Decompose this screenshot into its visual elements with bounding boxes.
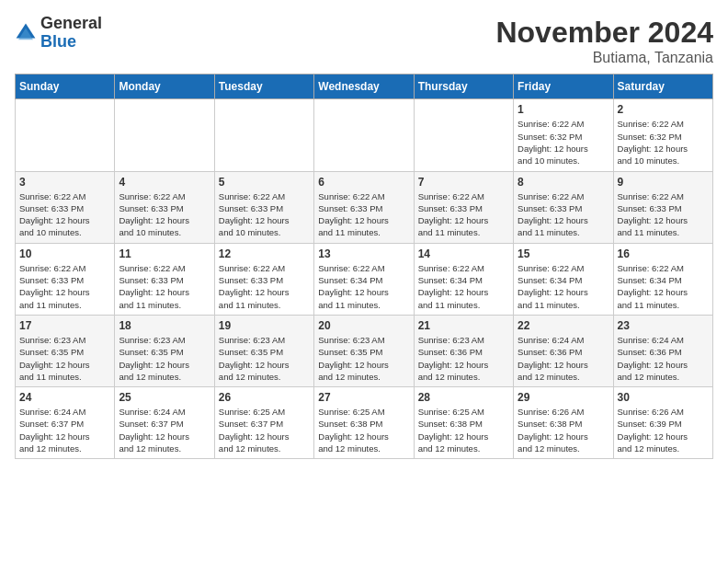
day-header-saturday: Saturday: [613, 75, 712, 99]
day-header-sunday: Sunday: [16, 75, 115, 99]
day-number: 1: [518, 103, 609, 116]
day-info: Sunrise: 6:23 AM Sunset: 6:35 PM Dayligh…: [19, 334, 110, 383]
day-number: 23: [618, 319, 709, 332]
day-number: 13: [318, 247, 409, 260]
calendar-cell: 22Sunrise: 6:24 AM Sunset: 6:36 PM Dayli…: [514, 315, 613, 386]
calendar-cell: 19Sunrise: 6:23 AM Sunset: 6:35 PM Dayli…: [214, 315, 313, 386]
day-info: Sunrise: 6:22 AM Sunset: 6:32 PM Dayligh…: [518, 118, 609, 167]
day-number: 11: [119, 247, 210, 260]
day-number: 14: [418, 247, 509, 260]
calendar-week-row: 17Sunrise: 6:23 AM Sunset: 6:35 PM Dayli…: [16, 315, 713, 386]
day-number: 29: [518, 391, 609, 404]
day-info: Sunrise: 6:22 AM Sunset: 6:33 PM Dayligh…: [19, 262, 110, 311]
day-number: 16: [618, 247, 709, 260]
logo-text: General Blue: [40, 15, 102, 52]
calendar-week-row: 3Sunrise: 6:22 AM Sunset: 6:33 PM Daylig…: [16, 171, 713, 243]
calendar-cell: 8Sunrise: 6:22 AM Sunset: 6:33 PM Daylig…: [514, 171, 613, 243]
logo-blue: Blue: [40, 32, 76, 51]
calendar-cell: 25Sunrise: 6:24 AM Sunset: 6:37 PM Dayli…: [115, 387, 214, 459]
calendar-cell: 6Sunrise: 6:22 AM Sunset: 6:33 PM Daylig…: [314, 171, 414, 243]
logo-icon: [15, 22, 37, 44]
calendar-cell: [16, 99, 115, 171]
day-number: 21: [418, 319, 509, 332]
day-number: 19: [219, 319, 310, 332]
month-title: November 2024: [495, 15, 713, 50]
calendar-cell: 15Sunrise: 6:22 AM Sunset: 6:34 PM Dayli…: [514, 243, 613, 315]
calendar-cell: 30Sunrise: 6:26 AM Sunset: 6:39 PM Dayli…: [613, 387, 712, 459]
title-area: November 2024 Butiama, Tanzania: [495, 15, 713, 66]
day-number: 3: [19, 176, 110, 189]
calendar-cell: 23Sunrise: 6:24 AM Sunset: 6:36 PM Dayli…: [613, 315, 712, 386]
day-info: Sunrise: 6:22 AM Sunset: 6:32 PM Dayligh…: [618, 118, 709, 167]
calendar-cell: 27Sunrise: 6:25 AM Sunset: 6:38 PM Dayli…: [314, 387, 414, 459]
day-number: 27: [318, 391, 409, 404]
calendar-cell: 3Sunrise: 6:22 AM Sunset: 6:33 PM Daylig…: [16, 171, 115, 243]
day-info: Sunrise: 6:22 AM Sunset: 6:33 PM Dayligh…: [119, 190, 210, 239]
calendar-cell: 24Sunrise: 6:24 AM Sunset: 6:37 PM Dayli…: [16, 387, 115, 459]
day-info: Sunrise: 6:25 AM Sunset: 6:38 PM Dayligh…: [418, 406, 509, 454]
calendar-week-row: 10Sunrise: 6:22 AM Sunset: 6:33 PM Dayli…: [16, 243, 713, 315]
day-info: Sunrise: 6:22 AM Sunset: 6:33 PM Dayligh…: [418, 190, 509, 239]
calendar-cell: 18Sunrise: 6:23 AM Sunset: 6:35 PM Dayli…: [115, 315, 214, 386]
day-number: 8: [518, 176, 609, 189]
calendar-week-row: 24Sunrise: 6:24 AM Sunset: 6:37 PM Dayli…: [16, 387, 713, 459]
day-info: Sunrise: 6:26 AM Sunset: 6:39 PM Dayligh…: [618, 406, 709, 454]
page-header: General Blue November 2024 Butiama, Tanz…: [15, 15, 713, 66]
calendar-table: SundayMondayTuesdayWednesdayThursdayFrid…: [15, 74, 713, 459]
day-number: 12: [219, 247, 310, 260]
day-number: 15: [518, 247, 609, 260]
calendar-cell: 5Sunrise: 6:22 AM Sunset: 6:33 PM Daylig…: [214, 171, 313, 243]
calendar-cell: [414, 99, 513, 171]
day-header-tuesday: Tuesday: [214, 75, 313, 99]
day-number: 6: [318, 176, 409, 189]
day-number: 17: [19, 319, 110, 332]
calendar-cell: 17Sunrise: 6:23 AM Sunset: 6:35 PM Dayli…: [16, 315, 115, 386]
day-info: Sunrise: 6:25 AM Sunset: 6:38 PM Dayligh…: [318, 406, 409, 454]
day-number: 7: [418, 176, 509, 189]
calendar-cell: [115, 99, 214, 171]
day-info: Sunrise: 6:22 AM Sunset: 6:34 PM Dayligh…: [318, 262, 409, 311]
day-number: 18: [119, 319, 210, 332]
calendar-cell: [214, 99, 313, 171]
calendar-cell: 29Sunrise: 6:26 AM Sunset: 6:38 PM Dayli…: [514, 387, 613, 459]
calendar-cell: 26Sunrise: 6:25 AM Sunset: 6:37 PM Dayli…: [214, 387, 313, 459]
day-number: 22: [518, 319, 609, 332]
day-info: Sunrise: 6:22 AM Sunset: 6:34 PM Dayligh…: [418, 262, 509, 311]
day-number: 2: [618, 103, 709, 116]
day-number: 30: [618, 391, 709, 404]
day-info: Sunrise: 6:22 AM Sunset: 6:33 PM Dayligh…: [219, 190, 310, 239]
day-info: Sunrise: 6:23 AM Sunset: 6:36 PM Dayligh…: [418, 334, 509, 383]
calendar-cell: 21Sunrise: 6:23 AM Sunset: 6:36 PM Dayli…: [414, 315, 513, 386]
day-info: Sunrise: 6:22 AM Sunset: 6:33 PM Dayligh…: [19, 190, 110, 239]
calendar-cell: 13Sunrise: 6:22 AM Sunset: 6:34 PM Dayli…: [314, 243, 414, 315]
calendar-week-row: 1Sunrise: 6:22 AM Sunset: 6:32 PM Daylig…: [16, 99, 713, 171]
day-info: Sunrise: 6:22 AM Sunset: 6:33 PM Dayligh…: [219, 262, 310, 311]
calendar-cell: 10Sunrise: 6:22 AM Sunset: 6:33 PM Dayli…: [16, 243, 115, 315]
calendar-cell: 2Sunrise: 6:22 AM Sunset: 6:32 PM Daylig…: [613, 99, 712, 171]
day-info: Sunrise: 6:25 AM Sunset: 6:37 PM Dayligh…: [219, 406, 310, 454]
calendar-cell: 1Sunrise: 6:22 AM Sunset: 6:32 PM Daylig…: [514, 99, 613, 171]
day-number: 25: [119, 391, 210, 404]
day-info: Sunrise: 6:22 AM Sunset: 6:33 PM Dayligh…: [119, 262, 210, 311]
day-number: 9: [618, 176, 709, 189]
day-number: 28: [418, 391, 509, 404]
day-number: 24: [19, 391, 110, 404]
day-info: Sunrise: 6:23 AM Sunset: 6:35 PM Dayligh…: [219, 334, 310, 383]
calendar-cell: 28Sunrise: 6:25 AM Sunset: 6:38 PM Dayli…: [414, 387, 513, 459]
calendar-cell: 20Sunrise: 6:23 AM Sunset: 6:35 PM Dayli…: [314, 315, 414, 386]
day-info: Sunrise: 6:23 AM Sunset: 6:35 PM Dayligh…: [119, 334, 210, 383]
calendar-cell: 16Sunrise: 6:22 AM Sunset: 6:34 PM Dayli…: [613, 243, 712, 315]
day-info: Sunrise: 6:24 AM Sunset: 6:37 PM Dayligh…: [19, 406, 110, 454]
day-info: Sunrise: 6:22 AM Sunset: 6:33 PM Dayligh…: [618, 190, 709, 239]
day-info: Sunrise: 6:24 AM Sunset: 6:37 PM Dayligh…: [119, 406, 210, 454]
calendar-cell: 14Sunrise: 6:22 AM Sunset: 6:34 PM Dayli…: [414, 243, 513, 315]
day-number: 20: [318, 319, 409, 332]
day-header-thursday: Thursday: [414, 75, 513, 99]
calendar-cell: [314, 99, 414, 171]
day-header-monday: Monday: [115, 75, 214, 99]
day-number: 4: [119, 176, 210, 189]
calendar-cell: 11Sunrise: 6:22 AM Sunset: 6:33 PM Dayli…: [115, 243, 214, 315]
day-number: 10: [19, 247, 110, 260]
location: Butiama, Tanzania: [495, 50, 713, 66]
day-info: Sunrise: 6:23 AM Sunset: 6:35 PM Dayligh…: [318, 334, 409, 383]
